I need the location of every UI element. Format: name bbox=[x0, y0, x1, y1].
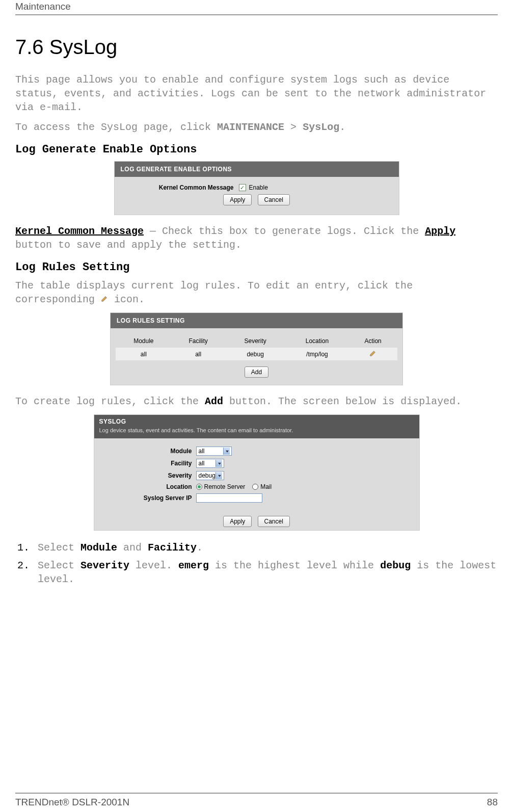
table-header-row: Module Facility Severity Location Action bbox=[116, 334, 397, 348]
cell-facility: all bbox=[172, 348, 225, 360]
severity-label: Severity bbox=[99, 472, 196, 479]
breadcrumb-maintenance: MAINTENANCE bbox=[217, 121, 284, 133]
text: icon. bbox=[108, 294, 145, 305]
location-mail-radio[interactable] bbox=[252, 484, 258, 490]
text: The table displays current log rules. To… bbox=[15, 280, 413, 305]
text: and bbox=[117, 542, 148, 554]
kernel-common-message-label: Kernel Common Message bbox=[122, 184, 239, 191]
text: button to save and apply the setting. bbox=[15, 239, 241, 251]
facility-label: Facility bbox=[99, 460, 196, 467]
cancel-button[interactable]: Cancel bbox=[258, 194, 290, 205]
add-button[interactable]: Add bbox=[245, 366, 268, 378]
heading-log-rules: Log Rules Setting bbox=[15, 261, 498, 274]
text: To create log rules, click the bbox=[15, 396, 205, 407]
table-row: all all debug /tmp/log bbox=[116, 348, 397, 360]
syslog-apply-button[interactable]: Apply bbox=[223, 516, 252, 527]
severity-value: debug bbox=[199, 472, 215, 479]
running-header: Maintenance bbox=[15, 0, 498, 15]
text-bold: Add bbox=[205, 396, 223, 407]
log-rules-table: Module Facility Severity Location Action… bbox=[116, 334, 397, 360]
col-action: Action bbox=[348, 334, 397, 348]
log-rules-panel: LOG RULES SETTING Module Facility Severi… bbox=[110, 312, 403, 385]
text: Select bbox=[38, 560, 80, 571]
location-remote-label: Remote Server bbox=[204, 483, 246, 490]
server-ip-label: Syslog Server IP bbox=[99, 494, 196, 502]
intro-paragraph-1: This page allows you to enable and confi… bbox=[15, 73, 498, 114]
enable-label: Enable bbox=[249, 184, 268, 191]
text-bold: Facility bbox=[148, 542, 197, 554]
col-location: Location bbox=[286, 334, 349, 348]
footer-product: TRENDnet® DSLR-2001N bbox=[15, 797, 129, 808]
text: — Check this box to generate logs. Click… bbox=[144, 225, 425, 237]
footer-page-number: 88 bbox=[487, 797, 498, 808]
location-label: Location bbox=[99, 483, 196, 490]
text-bold: emerg bbox=[178, 560, 209, 571]
cell-severity: debug bbox=[225, 348, 286, 360]
text-bold: Apply bbox=[425, 225, 455, 237]
cell-module: all bbox=[116, 348, 172, 360]
log-rules-intro: The table displays current log rules. To… bbox=[15, 279, 498, 306]
step-2: Select Severity level. emerg is the high… bbox=[36, 559, 498, 586]
text: To access the SysLog page, click bbox=[15, 121, 217, 133]
pencil-icon bbox=[101, 293, 108, 306]
cell-location: /tmp/log bbox=[286, 348, 349, 360]
severity-select[interactable]: debug bbox=[196, 471, 224, 480]
page-footer: TRENDnet® DSLR-2001N 88 bbox=[15, 793, 498, 808]
location-mail-label: Mail bbox=[260, 483, 272, 490]
text: > bbox=[284, 121, 303, 133]
intro-paragraph-2: To access the SysLog page, click MAINTEN… bbox=[15, 120, 498, 134]
heading-log-generate: Log Generate Enable Options bbox=[15, 143, 498, 156]
text-bold: debug bbox=[380, 560, 411, 571]
steps-list: Select Module and Facility. Select Sever… bbox=[36, 541, 498, 586]
page-title: 7.6 SysLog bbox=[15, 36, 498, 59]
cell-action bbox=[348, 348, 397, 360]
enable-checkbox[interactable]: ✓ bbox=[239, 184, 246, 191]
panel-title: LOG RULES SETTING bbox=[111, 313, 402, 328]
module-label: Module bbox=[99, 448, 196, 455]
col-severity: Severity bbox=[225, 334, 286, 348]
text-bold: Severity bbox=[80, 560, 129, 571]
location-remote-radio[interactable] bbox=[196, 484, 202, 490]
syslog-title: SYSLOG bbox=[99, 418, 414, 425]
col-facility: Facility bbox=[172, 334, 225, 348]
module-select[interactable]: all bbox=[196, 447, 232, 456]
syslog-description: Log device status, event and activities.… bbox=[99, 427, 414, 433]
apply-button[interactable]: Apply bbox=[223, 194, 252, 205]
text: is the highest level while bbox=[209, 560, 380, 571]
syslog-cancel-button[interactable]: Cancel bbox=[258, 516, 290, 527]
create-rules-text: To create log rules, click the Add butto… bbox=[15, 395, 498, 408]
text: button. The screen below is displayed. bbox=[223, 396, 462, 407]
text-bold: Kernel Common Message bbox=[15, 225, 144, 237]
edit-icon[interactable] bbox=[369, 350, 376, 358]
log-generate-panel: LOG GENERATE ENABLE OPTIONS Kernel Commo… bbox=[114, 161, 399, 215]
module-value: all bbox=[199, 448, 205, 455]
text-bold: Module bbox=[80, 542, 117, 554]
text: level. bbox=[129, 560, 178, 571]
col-module: Module bbox=[116, 334, 172, 348]
kernel-message-description: Kernel Common Message — Check this box t… bbox=[15, 224, 498, 252]
breadcrumb-syslog: SysLog bbox=[303, 121, 339, 133]
text: Select bbox=[38, 542, 80, 554]
facility-value: all bbox=[199, 460, 205, 467]
server-ip-input[interactable] bbox=[196, 493, 262, 503]
step-1: Select Module and Facility. bbox=[36, 541, 498, 555]
text: . bbox=[339, 121, 345, 133]
text: . bbox=[197, 542, 203, 554]
facility-select[interactable]: all bbox=[196, 459, 224, 468]
panel-title: LOG GENERATE ENABLE OPTIONS bbox=[115, 162, 399, 177]
syslog-panel: SYSLOG Log device status, event and acti… bbox=[94, 414, 420, 531]
